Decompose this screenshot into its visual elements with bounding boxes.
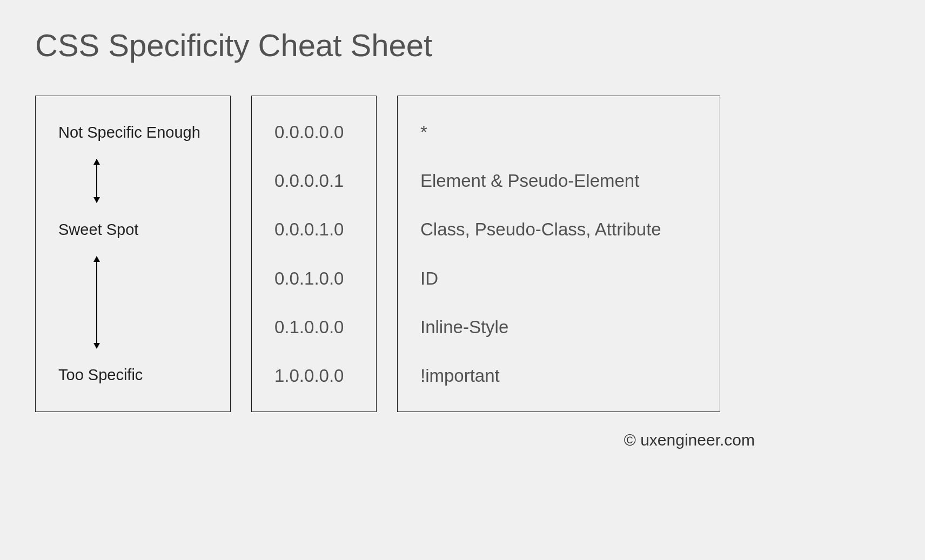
spectrum-low-label: Not Specific Enough xyxy=(58,123,207,142)
values-panel: 0.0.0.0.0 0.0.0.0.1 0.0.0.1.0 0.0.1.0.0 … xyxy=(251,96,377,412)
spectrum-panel: Not Specific Enough Sweet Spot Too Speci… xyxy=(35,96,231,412)
spectrum-high-label: Too Specific xyxy=(58,366,207,384)
specificity-value: 0.0.0.1.0 xyxy=(274,220,353,238)
specificity-value: 0.0.0.0.0 xyxy=(274,123,353,141)
spectrum-mid-label: Sweet Spot xyxy=(58,220,207,239)
double-arrow-icon xyxy=(96,159,97,203)
descriptions-panel: * Element & Pseudo-Element Class, Pseudo… xyxy=(397,96,720,412)
specificity-value: 1.0.0.0.0 xyxy=(274,367,353,384)
selector-description: Element & Pseudo-Element xyxy=(420,172,697,190)
selector-description: !important xyxy=(420,367,697,384)
selector-description: Class, Pseudo-Class, Attribute xyxy=(420,220,697,238)
specificity-value: 0.0.1.0.0 xyxy=(274,269,353,287)
specificity-value: 0.1.0.0.0 xyxy=(274,318,353,336)
double-arrow-icon xyxy=(96,257,97,348)
specificity-value: 0.0.0.0.1 xyxy=(274,172,353,190)
selector-description: ID xyxy=(420,269,697,287)
page-title: CSS Specificity Cheat Sheet xyxy=(35,27,890,63)
selector-description: Inline-Style xyxy=(420,318,697,336)
arrow-long-wrap xyxy=(58,257,207,348)
selector-description: * xyxy=(420,123,697,141)
columns-container: Not Specific Enough Sweet Spot Too Speci… xyxy=(35,96,890,412)
arrow-short-wrap xyxy=(58,159,207,203)
footer-credit: © uxengineer.com xyxy=(35,431,890,449)
